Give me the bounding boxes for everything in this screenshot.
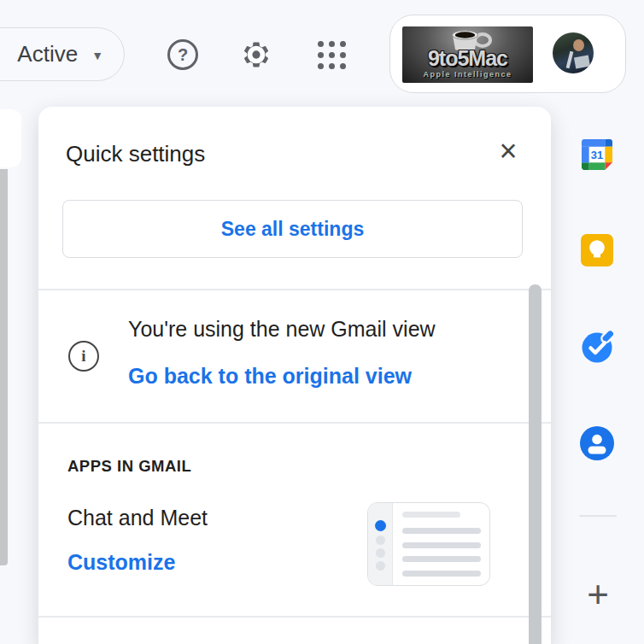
status-label: Active <box>17 41 78 67</box>
info-icon: i <box>68 341 99 372</box>
info-message: You're using the new Gmail view <box>128 317 436 342</box>
section-divider <box>38 422 551 424</box>
section-divider <box>38 289 551 290</box>
preview-dot <box>376 561 385 571</box>
section-divider <box>38 616 551 618</box>
close-icon: × <box>499 136 517 167</box>
google-apps-button[interactable] <box>318 41 346 69</box>
help-button[interactable]: ? <box>167 39 198 70</box>
profile-button[interactable]: 9to5Mac Apple Intelligence <box>389 15 626 93</box>
info-icon-glyph: i <box>81 347 85 366</box>
calendar-icon: 31 <box>582 139 612 170</box>
status-chip-active[interactable]: Active ▼ <box>0 27 125 81</box>
preview-sidebar-strip <box>368 503 393 585</box>
sidebar-item-calendar[interactable]: 31 <box>582 139 612 173</box>
go-back-link[interactable]: Go back to the original view <box>128 364 412 389</box>
see-all-settings-label: See all settings <box>221 218 364 241</box>
sidebar-item-tasks[interactable] <box>580 327 618 368</box>
preview-line <box>402 571 481 577</box>
settings-button[interactable] <box>241 39 272 70</box>
banner-subtitle: Apple Intelligence <box>402 70 533 79</box>
preview-line <box>402 512 460 518</box>
quick-settings-panel: Quick settings × See all settings i You'… <box>38 107 551 644</box>
preview-line <box>402 542 481 548</box>
profile-banner-image: 9to5Mac Apple Intelligence <box>402 26 533 83</box>
background-card-corner <box>0 109 21 167</box>
dropdown-arrow-icon: ▼ <box>91 49 103 62</box>
panel-scrollbar-thumb[interactable] <box>529 284 542 644</box>
background-image-edge <box>0 169 8 565</box>
sidebar-item-keep[interactable] <box>580 233 614 271</box>
tasks-icon <box>580 327 618 365</box>
customize-link[interactable]: Customize <box>67 550 175 575</box>
preview-line <box>402 556 481 562</box>
apps-in-gmail-heading: APPS IN GMAIL <box>67 457 191 476</box>
preview-dot <box>376 548 385 558</box>
gear-icon <box>241 39 272 70</box>
sidebar-item-contacts[interactable] <box>580 426 614 464</box>
preview-dot-active <box>375 520 386 531</box>
avatar <box>553 32 594 73</box>
preview-dot <box>376 536 385 545</box>
keep-icon <box>580 233 614 267</box>
preview-line <box>402 528 481 534</box>
chat-and-meet-label: Chat and Meet <box>67 506 208 530</box>
help-icon: ? <box>167 39 198 70</box>
apps-grid-icon <box>318 41 346 69</box>
chat-meet-preview-thumbnail <box>367 502 490 586</box>
calendar-day-label: 31 <box>591 149 603 161</box>
see-all-settings-button[interactable]: See all settings <box>62 200 523 258</box>
plus-icon: + <box>587 573 609 616</box>
gmail-page: Active ▼ ? 9to5Mac Apple Intelligence <box>0 0 644 644</box>
preview-text-lines <box>402 512 481 584</box>
add-panel-button[interactable]: + <box>581 576 615 613</box>
panel-title: Quick settings <box>66 141 205 167</box>
close-button[interactable]: × <box>489 132 527 170</box>
banner-title: 9to5Mac <box>402 46 533 71</box>
rail-divider <box>579 515 617 517</box>
contacts-icon <box>580 426 614 460</box>
